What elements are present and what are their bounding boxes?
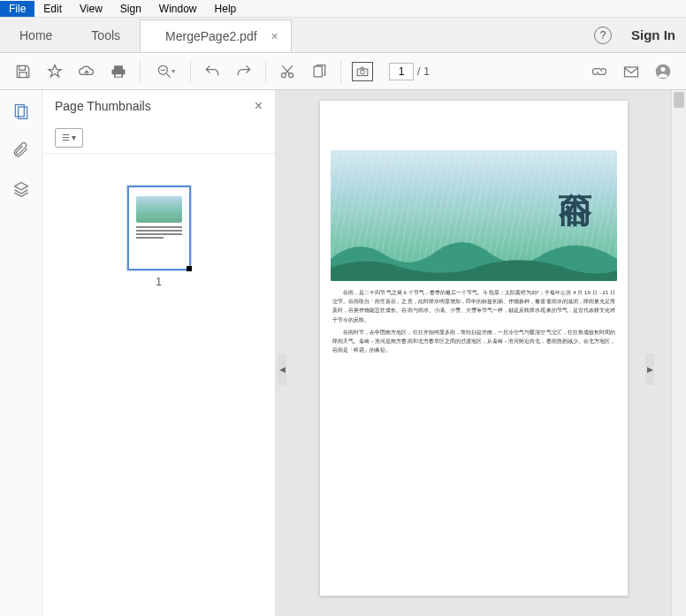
page-nav: / 1: [389, 63, 430, 80]
page-1: 谷雨 谷雨，是二十四节气之第 6 个节气，春季的最后一个节气。斗指辰；太阳黄经为…: [320, 101, 628, 596]
close-icon[interactable]: ×: [271, 29, 278, 43]
print-icon[interactable]: [103, 56, 134, 87]
zoom-out-icon[interactable]: ▾: [146, 56, 185, 87]
doc-body: 谷雨，是二十四节气之第 6 个节气，春季的最后一个节气。斗指辰；太阳黄经为30°…: [332, 288, 615, 358]
page-total: 1: [423, 65, 430, 78]
undo-icon[interactable]: [196, 56, 228, 87]
save-icon[interactable]: [7, 56, 39, 87]
mail-icon[interactable]: [615, 56, 647, 87]
star-icon[interactable]: [39, 56, 71, 87]
copy-icon[interactable]: [303, 56, 335, 87]
tab-tools[interactable]: Tools: [72, 18, 140, 52]
document-scroll[interactable]: ◀ ▶ 谷雨 谷雨，是二十四节气之第 6 个节气，春季的最后一个节气。斗指辰；太…: [276, 90, 671, 616]
toolbar: ▾ / 1: [0, 53, 686, 90]
menu-file[interactable]: File: [0, 1, 34, 17]
tabbar: Home Tools MergePage2.pdf × ? Sign In: [0, 18, 686, 53]
page-number-input[interactable]: [389, 63, 414, 80]
redo-icon[interactable]: [228, 56, 260, 87]
signin-button[interactable]: Sign In: [631, 27, 675, 42]
layers-icon[interactable]: [11, 179, 32, 200]
thumbnail-options-button[interactable]: ☰ ▾: [55, 128, 83, 148]
thumbnails-icon[interactable]: [11, 101, 32, 122]
nav-rail: [0, 90, 42, 616]
attachment-icon[interactable]: [11, 140, 32, 161]
profile-icon[interactable]: [647, 56, 679, 87]
collapse-right-icon[interactable]: ▶: [645, 354, 654, 385]
thumbnail-1-label: 1: [156, 276, 162, 288]
menubar: File Edit View Sign Window Help: [0, 0, 686, 18]
hero-image: 谷雨: [331, 150, 617, 281]
menu-window[interactable]: Window: [150, 1, 206, 17]
svg-rect-3: [314, 66, 322, 77]
close-panel-icon[interactable]: ×: [255, 98, 263, 114]
doc-title-cjk: 谷雨: [553, 166, 598, 173]
thumbnails-title: Page Thumbnails: [55, 99, 151, 113]
menu-edit[interactable]: Edit: [34, 1, 71, 17]
snapshot-button[interactable]: [347, 56, 378, 87]
tab-document-label: MergePage2.pdf: [165, 29, 257, 43]
help-icon[interactable]: ?: [594, 27, 612, 44]
doc-paragraph-1: 谷雨，是二十四节气之第 6 个节气，春季的最后一个节气。斗指辰；太阳黄经为30°…: [332, 288, 615, 324]
menu-view[interactable]: View: [71, 1, 111, 17]
page-thumbnail-1[interactable]: [127, 186, 191, 270]
collapse-left-icon[interactable]: ◀: [278, 354, 286, 385]
menu-help[interactable]: Help: [206, 1, 246, 17]
page-sep: /: [417, 65, 420, 78]
svg-point-5: [361, 70, 365, 74]
menu-sign[interactable]: Sign: [111, 1, 150, 17]
svg-rect-6: [625, 67, 638, 77]
vertical-scrollbar[interactable]: [671, 90, 686, 616]
svg-point-8: [661, 67, 666, 72]
doc-paragraph-2: 谷雨时节，在中国南方地区，往往开始明显多雨，而特别是华南，一旦冷空气与暖湿空气交…: [332, 328, 615, 355]
document-view: ◀ ▶ 谷雨 谷雨，是二十四节气之第 6 个节气，春季的最后一个节气。斗指辰；太…: [276, 90, 686, 616]
tab-home[interactable]: Home: [0, 18, 72, 52]
link-icon[interactable]: [583, 56, 615, 87]
cut-icon[interactable]: [271, 56, 303, 87]
thumbnails-panel: Page Thumbnails × ☰ ▾ 1: [42, 90, 276, 616]
tab-document[interactable]: MergePage2.pdf ×: [140, 19, 292, 52]
cloud-upload-icon[interactable]: [71, 56, 103, 87]
main-area: Page Thumbnails × ☰ ▾ 1 ◀ ▶ 谷雨: [0, 90, 686, 616]
